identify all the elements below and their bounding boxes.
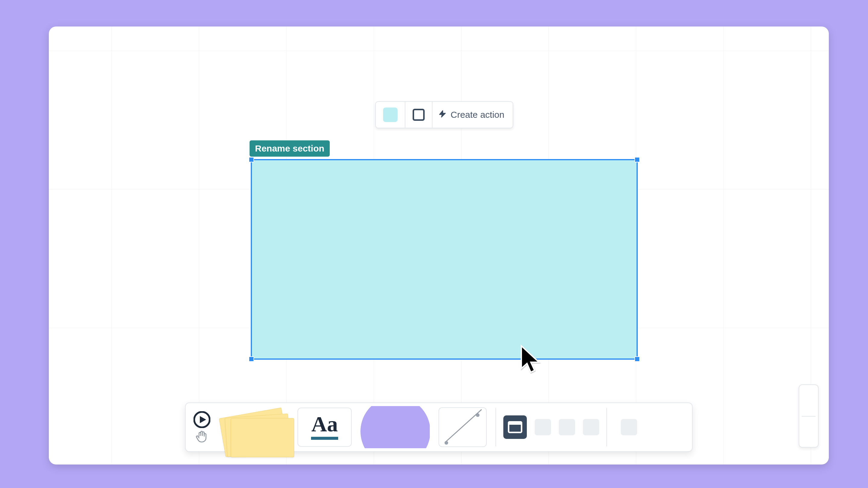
dock-placeholder-tool[interactable] xyxy=(621,419,637,435)
circle-shape-icon xyxy=(361,406,430,448)
create-action-button[interactable]: Create action xyxy=(433,102,513,128)
text-tool-glyph: Aa xyxy=(298,412,351,437)
dock-placeholder-tool[interactable] xyxy=(559,419,575,435)
border-style-button[interactable] xyxy=(405,102,433,128)
resize-handle-bottom-left[interactable] xyxy=(249,356,254,362)
dock-separator xyxy=(495,408,496,447)
selected-section[interactable] xyxy=(251,159,638,360)
dock-mode-group xyxy=(192,411,212,443)
square-outline-icon xyxy=(412,109,425,121)
cursor-icon xyxy=(520,345,541,375)
line-diagonal-icon xyxy=(445,409,482,442)
section-tool-group xyxy=(503,415,599,439)
create-action-label: Create action xyxy=(451,110,504,120)
sticky-note-tool[interactable] xyxy=(219,406,289,448)
rename-section-tooltip: Rename section xyxy=(250,140,330,157)
dock-placeholder-tool[interactable] xyxy=(535,419,551,435)
svg-marker-0 xyxy=(439,110,445,117)
dock-placeholder-tool[interactable] xyxy=(583,419,599,435)
resize-handle-bottom-right[interactable] xyxy=(634,356,640,362)
whiteboard-canvas[interactable]: Rename section Create action xyxy=(49,27,829,464)
tool-dock: Aa xyxy=(185,402,692,452)
svg-marker-1 xyxy=(521,346,539,372)
hand-tool-button[interactable] xyxy=(195,429,209,443)
svg-marker-3 xyxy=(200,416,206,423)
resize-handle-top-left[interactable] xyxy=(249,157,254,162)
bolt-icon xyxy=(438,109,446,121)
shape-context-toolbar: Create action xyxy=(375,101,513,128)
section-tool-button[interactable] xyxy=(503,415,527,439)
dock-separator xyxy=(607,408,607,447)
line-endpoint-icon xyxy=(444,441,448,445)
sticky-note-icon xyxy=(231,418,294,457)
zoom-controls[interactable] xyxy=(799,384,818,448)
resize-handle-top-right[interactable] xyxy=(634,157,640,162)
text-tool[interactable]: Aa xyxy=(296,406,353,448)
section-icon xyxy=(508,421,522,433)
connector-line-tool[interactable] xyxy=(437,406,488,448)
fill-color-swatch xyxy=(383,107,398,122)
present-button[interactable] xyxy=(193,411,210,428)
shape-tool[interactable] xyxy=(361,406,430,448)
fill-color-button[interactable] xyxy=(376,102,405,128)
text-tool-underline xyxy=(311,437,338,440)
